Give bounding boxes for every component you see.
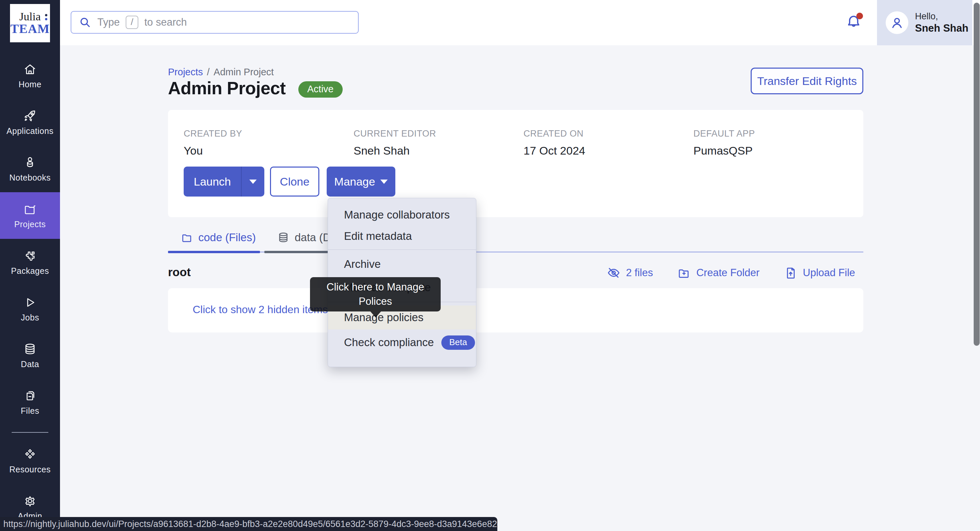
julia-team-logo[interactable]: Julia TEAM — [10, 4, 50, 42]
show-hidden-items-link[interactable]: Click to show 2 hidden items — [192, 303, 328, 316]
breadcrumb-current: Admin Project — [214, 67, 274, 78]
menu-item-edit-metadata[interactable]: Edit metadata — [328, 225, 476, 247]
person-icon — [889, 15, 905, 30]
file-upload-icon — [784, 266, 798, 280]
sidebar-item-applications[interactable]: Applications — [0, 99, 60, 146]
folder-icon — [23, 202, 37, 216]
launch-options-button[interactable] — [241, 166, 264, 197]
project-info-card: CREATED BY You CURRENT EDITOR Sneh Shah … — [168, 110, 863, 217]
meta-label-created-by: CREATED BY — [184, 128, 354, 139]
avatar — [886, 11, 908, 34]
logo-text-julia: Julia — [19, 11, 41, 22]
sidebar-nav: Home Applications Notebooks Projects Pac… — [0, 52, 60, 531]
notebook-icon — [23, 155, 37, 170]
menu-item-check-compliance[interactable]: Check compliance Beta — [328, 330, 476, 355]
sidebar-item-files[interactable]: Files — [0, 379, 60, 425]
search-placeholder-suffix: to search — [144, 16, 187, 28]
clone-button[interactable]: Clone — [270, 166, 319, 197]
breadcrumb-projects-link[interactable]: Projects — [168, 67, 203, 78]
hidden-files-toggle[interactable]: 2 files — [607, 266, 653, 280]
play-icon — [23, 295, 37, 309]
transfer-edit-rights-button[interactable]: Transfer Edit Rights — [751, 68, 863, 94]
user-name: Sneh Shah — [915, 22, 968, 34]
database-icon — [277, 231, 290, 244]
meta-label-created-on: CREATED ON — [523, 128, 694, 139]
folder-plus-icon — [677, 266, 691, 280]
tab-data-datasets[interactable]: data (D — [277, 231, 331, 244]
sidebar: Julia TEAM Home Applications Notebooks P… — [0, 0, 60, 531]
link-preview-statusbar: https://nightly.juliahub.dev/ui/Projects… — [0, 517, 497, 531]
sidebar-item-data[interactable]: Data — [0, 332, 60, 379]
puzzle-icon — [23, 249, 37, 263]
search-icon — [79, 16, 91, 29]
tab-code-files[interactable]: code (Files) — [181, 231, 256, 244]
meta-value-created-by: You — [184, 144, 354, 157]
home-icon — [23, 62, 37, 76]
sidebar-divider — [12, 432, 48, 433]
tooltip-arrow — [370, 311, 381, 317]
breadcrumb-separator: / — [207, 67, 210, 78]
search-input[interactable]: Type / to search — [71, 11, 359, 34]
rocket-icon — [23, 109, 37, 123]
sidebar-item-notebooks[interactable]: Notebooks — [0, 146, 60, 192]
notifications-button[interactable] — [845, 13, 864, 33]
search-placeholder-prefix: Type — [97, 16, 120, 28]
statusbar-url: https://nightly.juliahub.dev/ui/Projects… — [3, 519, 497, 529]
tab-strip: code (Files) data (D — [168, 229, 863, 252]
status-badge: Active — [298, 81, 343, 98]
files-list-card: Click to show 2 hidden items — [168, 288, 863, 333]
greeting-text: Hello, — [915, 11, 968, 22]
manage-policies-tooltip: Click here to Manage Polices — [310, 277, 441, 311]
sidebar-item-resources[interactable]: Resources — [0, 437, 60, 484]
menu-item-archive[interactable]: Archive — [328, 252, 476, 276]
root-folder-label: root — [168, 265, 191, 279]
slash-key-hint: / — [126, 16, 138, 29]
menu-item-manage-collaborators[interactable]: Manage collaborators — [328, 204, 476, 225]
meta-value-default-app: PumasQSP — [693, 144, 863, 157]
documents-icon — [23, 389, 37, 403]
sidebar-item-jobs[interactable]: Jobs — [0, 285, 60, 332]
database-icon — [23, 342, 37, 356]
eye-slash-icon — [607, 266, 620, 280]
upload-file-button[interactable]: Upload File — [784, 266, 855, 280]
meta-value-created-on: 17 Oct 2024 — [523, 144, 694, 157]
gear-icon — [23, 494, 37, 508]
resources-icon — [23, 447, 37, 461]
launch-button[interactable]: Launch — [184, 166, 241, 197]
logo-text-team: TEAM — [10, 22, 50, 36]
sidebar-item-packages[interactable]: Packages — [0, 239, 60, 285]
caret-down-icon — [380, 179, 388, 184]
logo-dots — [45, 14, 47, 20]
beta-badge: Beta — [441, 336, 475, 350]
meta-label-default-app: DEFAULT APP — [693, 128, 863, 139]
menu-divider — [328, 249, 476, 250]
top-header: Type / to search — [60, 0, 980, 45]
notification-badge — [856, 13, 863, 19]
sidebar-item-home[interactable]: Home — [0, 52, 60, 99]
sidebar-item-projects[interactable]: Projects — [0, 192, 60, 239]
user-menu[interactable]: Hello, Sneh Shah — [877, 0, 972, 45]
breadcrumb: Projects / Admin Project — [168, 67, 274, 78]
folder-icon — [181, 231, 193, 244]
create-folder-button[interactable]: Create Folder — [677, 266, 760, 280]
meta-value-current-editor: Sneh Shah — [354, 144, 523, 157]
active-tab-underline — [168, 251, 260, 253]
caret-down-icon — [249, 179, 257, 184]
page-title: Admin Project — [168, 78, 286, 98]
meta-label-current-editor: CURRENT EDITOR — [354, 128, 523, 139]
vertical-scrollbar[interactable] — [974, 3, 980, 346]
manage-button[interactable]: Manage — [327, 166, 395, 197]
